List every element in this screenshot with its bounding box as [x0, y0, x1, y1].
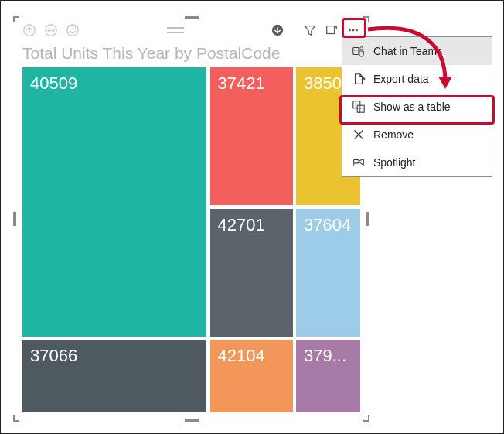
focus-mode-button[interactable] [322, 20, 342, 40]
treemap-tile[interactable]: 42701 [210, 209, 293, 337]
expand-all-button[interactable] [63, 20, 83, 40]
svg-rect-13 [354, 159, 359, 163]
svg-rect-12 [357, 105, 364, 112]
treemap-tile[interactable]: 379... [296, 340, 360, 412]
treemap-tile[interactable]: 37604 [296, 209, 360, 337]
treemap-tile[interactable]: 37066 [22, 340, 206, 412]
spotlight-icon [352, 155, 366, 169]
drill-up-button[interactable] [19, 20, 39, 40]
menu-item-label: Chat in Teams [373, 45, 442, 57]
visual-container: Total Units This Year by PostalCode 4050… [15, 18, 368, 420]
resize-handle-left[interactable] [13, 212, 16, 226]
resize-handle-right[interactable] [366, 212, 369, 226]
menu-item-chat-teams[interactable]: T Chat in Teams [342, 37, 492, 65]
treemap-chart[interactable]: 40509 37066 37421 42701 42104 38501 3760… [22, 67, 360, 412]
context-menu: T Chat in Teams Export data Show as a ta… [342, 36, 492, 177]
drill-down-all-button[interactable] [41, 20, 61, 40]
drag-grip-icon[interactable] [167, 27, 184, 33]
menu-item-label: Show as a table [373, 101, 451, 113]
drill-mode-button[interactable] [267, 20, 288, 40]
resize-handle-bottom[interactable] [185, 419, 199, 422]
treemap-tile[interactable]: 42104 [210, 340, 293, 412]
menu-item-show-as-table[interactable]: Show as a table [342, 93, 492, 121]
treemap-tile[interactable]: 37421 [210, 67, 293, 205]
svg-point-5 [349, 29, 351, 32]
teams-icon: T [352, 44, 366, 58]
menu-item-label: Spotlight [373, 156, 415, 169]
close-icon [352, 128, 366, 142]
menu-item-spotlight[interactable]: Spotlight [342, 149, 492, 176]
resize-handle-bl[interactable] [13, 411, 24, 422]
svg-point-7 [356, 29, 358, 32]
visual-title: Total Units This Year by PostalCode [15, 43, 368, 67]
menu-item-export-data[interactable]: Export data [342, 65, 492, 93]
export-icon [352, 72, 366, 86]
svg-point-6 [352, 29, 355, 32]
filter-button[interactable] [300, 20, 320, 40]
menu-item-label: Remove [373, 128, 414, 141]
menu-item-remove[interactable]: Remove [342, 121, 492, 149]
svg-rect-4 [327, 26, 335, 34]
svg-point-10 [360, 47, 363, 50]
svg-text:T: T [354, 49, 357, 54]
treemap-tile[interactable]: 40509 [22, 67, 206, 337]
visual-toolbar [15, 18, 368, 43]
table-icon [352, 100, 366, 114]
menu-item-label: Export data [373, 73, 429, 85]
resize-handle-br[interactable] [359, 411, 369, 422]
resize-handle-top[interactable] [185, 16, 199, 19]
